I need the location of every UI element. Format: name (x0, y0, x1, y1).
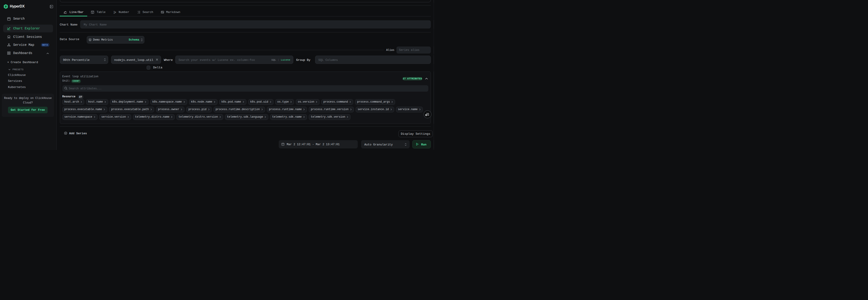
svg-text:2: 2 (114, 12, 115, 14)
svg-text:3: 3 (115, 11, 116, 14)
